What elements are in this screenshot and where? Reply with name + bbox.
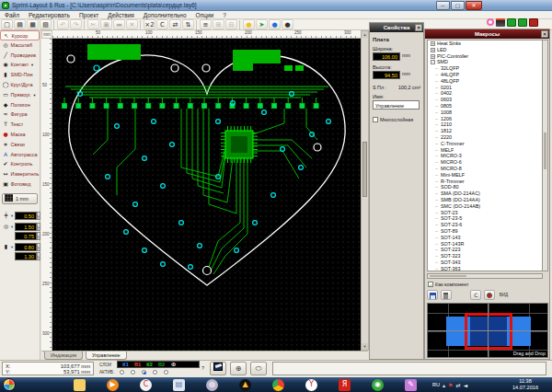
- layer-chip-К2[interactable]: К2: [144, 362, 155, 368]
- explorer-icon[interactable]: [74, 379, 86, 391]
- tree-leaf[interactable]: ‒SOT-343: [428, 259, 542, 266]
- menu-item-1[interactable]: Редактировать: [24, 11, 75, 18]
- tool-pad[interactable]: ◉ Контакт ▼: [0, 60, 40, 70]
- multilayer-row[interactable]: Многослойная: [373, 117, 423, 122]
- tool-photoview[interactable]: ▣ Фотовид: [0, 179, 40, 190]
- macros-header[interactable]: Макросы✕: [425, 29, 549, 39]
- tray-clock[interactable]: 11:38 14.07.2016: [504, 378, 546, 391]
- tree-leaf[interactable]: ‒MELF: [428, 147, 542, 154]
- alert-app-icon[interactable]: ▲: [239, 379, 251, 391]
- multilayer-checkbox[interactable]: [373, 117, 378, 122]
- tool-connections[interactable]: ∗ Связи: [0, 140, 40, 150]
- tree-leaf[interactable]: ‒SOT-23-5: [428, 215, 542, 222]
- flag-icon[interactable]: ⚑: [448, 379, 453, 391]
- macro-red-icon[interactable]: [529, 18, 538, 27]
- layer-radio-В1[interactable]: [131, 370, 135, 375]
- scale-x2-button[interactable]: ×2: [144, 19, 155, 29]
- tree-leaf[interactable]: ‒C-Trimmer: [428, 141, 542, 147]
- menu-item-4[interactable]: Дополнительно: [139, 11, 191, 18]
- green-app-icon[interactable]: ◉: [372, 379, 384, 391]
- tree-leaf[interactable]: ‒SMA (DO-214AC): [428, 190, 542, 197]
- options-button[interactable]: ●: [282, 19, 293, 29]
- tree-leaf[interactable]: ‒0402: [428, 90, 542, 97]
- scroll-down-icon[interactable]: ▼: [362, 343, 368, 350]
- tree-leaf[interactable]: ‒0603: [428, 97, 542, 103]
- globe-app-icon[interactable]: ◍: [206, 379, 218, 391]
- track-width-field[interactable]: 0.50: [15, 212, 37, 220]
- dropdown-icon[interactable]: ▼: [10, 225, 14, 229]
- tool-mask[interactable]: ● Маска: [0, 130, 40, 140]
- smd-height-field[interactable]: 1.30: [15, 252, 37, 260]
- ungroup-button[interactable]: ⊟: [225, 19, 237, 29]
- tree-leaf[interactable]: ‒MICRO-8: [428, 166, 542, 172]
- scroll-thumb[interactable]: [544, 133, 546, 169]
- tool-autoroute[interactable]: A Автотрасса: [0, 150, 40, 160]
- start-button[interactable]: [3, 378, 16, 391]
- photoview-toggle-button[interactable]: [210, 362, 226, 375]
- tab-indication[interactable]: Индикация: [44, 352, 83, 360]
- flip-v-button[interactable]: ⇅: [182, 19, 194, 29]
- menu-item-2[interactable]: Проект: [75, 11, 103, 18]
- chrome-icon[interactable]: [272, 379, 284, 391]
- tool-circle-arc[interactable]: ◯ Круг/Дуга: [0, 80, 40, 90]
- menu-item-0[interactable]: Файл: [0, 11, 24, 18]
- layer-radio-В2[interactable]: [153, 370, 157, 375]
- layer-radio-К1[interactable]: [120, 370, 124, 375]
- expander-icon[interactable]: +: [431, 48, 435, 52]
- tool-text[interactable]: T Текст: [0, 120, 40, 130]
- pcb-canvas[interactable]: [52, 39, 361, 351]
- tree-leaf[interactable]: ‒SOT-23: [428, 210, 542, 216]
- macros-hscrollbar[interactable]: [427, 273, 543, 279]
- yandex-app-icon[interactable]: Я: [339, 379, 351, 391]
- tree-leaf[interactable]: ‒2220: [428, 134, 542, 141]
- open-button[interactable]: ▤: [14, 19, 26, 29]
- tool-cursor[interactable]: ↖ Курсор: [0, 30, 40, 40]
- new-file-button[interactable]: ▢: [1, 19, 13, 29]
- delete-macro-button[interactable]: [441, 290, 452, 300]
- tool-measure[interactable]: ↔ Измеритель: [0, 169, 40, 179]
- macro-preview[interactable]: Drag and Drop: [427, 303, 548, 358]
- layer-chip-Ф[interactable]: Ф: [167, 362, 179, 368]
- tree-leaf[interactable]: ‒SMC (DO-214AB): [428, 203, 542, 210]
- align-button[interactable]: ≡: [200, 19, 212, 29]
- flip-h-button[interactable]: ⇄: [169, 19, 181, 29]
- layer-chip-К1[interactable]: К1: [120, 362, 132, 368]
- tree-leaf[interactable]: ‒SOT-143: [428, 235, 542, 241]
- close-properties-icon[interactable]: ✕: [415, 24, 422, 31]
- cut-button[interactable]: ✂: [87, 19, 99, 29]
- zoom-mode-button[interactable]: ●: [243, 19, 255, 29]
- tree-node[interactable]: +LED: [428, 47, 542, 53]
- board-height-field[interactable]: 94.50: [373, 71, 400, 79]
- pad-outer-field[interactable]: 1.50: [15, 223, 37, 231]
- tree-leaf[interactable]: ‒SOT-363: [428, 266, 542, 271]
- info-button[interactable]: ●: [269, 19, 281, 29]
- tree-leaf[interactable]: ‒44LQFP: [428, 72, 542, 78]
- smd-width-field[interactable]: 0.80: [15, 243, 37, 251]
- scroll-thumb[interactable]: [430, 275, 466, 277]
- paint-app-icon[interactable]: ✎: [405, 379, 417, 391]
- tool-shape[interactable]: ≈ Фигура: [0, 110, 40, 120]
- tree-leaf[interactable]: ‒SOT-23-6: [428, 222, 542, 228]
- document-app-icon[interactable]: ▤: [173, 379, 185, 391]
- properties-header[interactable]: Свойства✕: [370, 23, 423, 32]
- delete-button[interactable]: ✕: [126, 19, 138, 29]
- macro-tower-icon[interactable]: [496, 18, 505, 27]
- pan-mode-button[interactable]: ➤: [256, 19, 268, 29]
- crosshair-toggle-button[interactable]: ⊕: [230, 362, 247, 375]
- red-c-app-icon[interactable]: C: [140, 379, 152, 391]
- eraser-button[interactable]: ⬭: [250, 362, 267, 375]
- tab-upravlenie[interactable]: Управление: [86, 352, 127, 360]
- expander-icon[interactable]: +: [431, 54, 435, 59]
- tree-leaf[interactable]: ‒R-Trimmer: [428, 179, 542, 185]
- macro-chip1-icon[interactable]: [507, 18, 516, 27]
- language-indicator[interactable]: RU: [432, 382, 440, 387]
- tree-node[interactable]: +Heat Sinks: [428, 40, 542, 47]
- tree-leaf[interactable]: ‒1812: [428, 128, 542, 134]
- tree-leaf[interactable]: ‒Mini-MELF: [428, 172, 542, 179]
- tree-leaf[interactable]: ‒SOD-80: [428, 184, 542, 190]
- maximize-button[interactable]: ▢: [451, 1, 465, 10]
- yandex-browser-icon[interactable]: Y: [305, 379, 317, 391]
- sync-icon[interactable]: ⇄: [456, 379, 461, 391]
- menu-item-3[interactable]: Действия: [103, 11, 138, 18]
- save-macro-button[interactable]: [427, 290, 438, 300]
